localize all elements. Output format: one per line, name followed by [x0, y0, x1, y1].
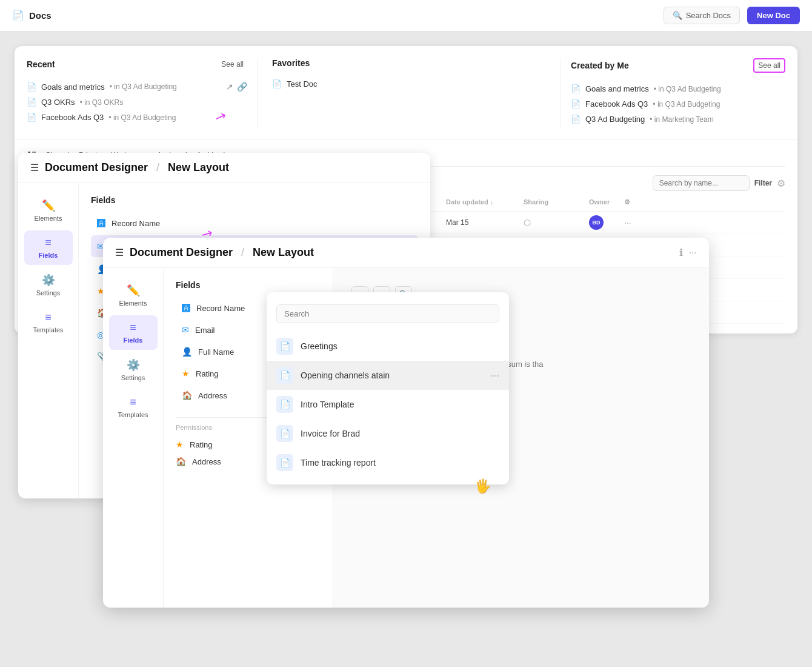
- favorites-item-0[interactable]: 📄 Test Doc: [272, 76, 546, 92]
- created-doc-name-1: Facebook Ads Q3: [585, 99, 648, 109]
- more-options-icon[interactable]: ···: [689, 247, 697, 258]
- recent-item-0[interactable]: 📄 Goals and metrics • in Q3 Ad Budgeting…: [27, 79, 247, 95]
- recent-header: Recent See all: [27, 58, 247, 70]
- hamburger-icon[interactable]: ☰: [30, 162, 39, 173]
- fav-doc-name: Test Doc: [287, 79, 318, 89]
- dropdown-item-opening[interactable]: 📄 Opening channels atain ···: [267, 361, 509, 390]
- new-doc-button[interactable]: New Doc: [747, 7, 800, 24]
- created-item-0[interactable]: 📄 Goals and metrics • in Q3 Ad Budgeting: [571, 81, 785, 96]
- opening-dots-icon[interactable]: ···: [490, 369, 499, 382]
- search-by-name-input[interactable]: [653, 175, 750, 191]
- created-title: Created by Me: [571, 61, 629, 70]
- created-loc-2: • in Marketing Team: [650, 115, 713, 124]
- front-topbar-right: ℹ ···: [679, 247, 697, 258]
- designer-front-title: Document Designer: [130, 246, 233, 259]
- th-date[interactable]: Date updated ↓: [446, 198, 519, 206]
- front-templates-label: Templates: [118, 411, 148, 418]
- templates-icon: ≡: [45, 311, 52, 324]
- created-see-all-button[interactable]: See all: [753, 58, 785, 73]
- recent-title: Recent: [27, 59, 55, 69]
- info-icon[interactable]: ℹ: [679, 247, 683, 258]
- created-doc-name-2: Q3 Ad Budgeting: [585, 115, 645, 124]
- intro-label: Intro Template: [301, 400, 354, 409]
- fav-doc-icon: 📄: [272, 79, 282, 89]
- created-doc-name-0: Goals and metrics: [585, 84, 649, 93]
- settings-nav-label: Settings: [36, 289, 61, 297]
- main-content: Recent See all 📄 Goals and metrics • in …: [0, 32, 812, 348]
- doc-location-0: • in Q3 Ad Budgeting: [110, 82, 177, 91]
- dropdown-search-input[interactable]: [276, 304, 499, 323]
- docs-home-grid: Recent See all 📄 Goals and metrics • in …: [15, 46, 797, 139]
- greetings-doc-icon: 📄: [276, 338, 293, 355]
- topbar-left: 📄 Docs: [12, 10, 52, 21]
- link-icon[interactable]: 🔗: [237, 82, 247, 92]
- opening-doc-icon: 📄: [276, 367, 293, 384]
- created-header: Created by Me See all: [571, 58, 785, 73]
- designer-back-topbar: ☰ Document Designer / New Layout: [18, 153, 430, 183]
- front-email-icon: ✉: [182, 325, 189, 335]
- invoice-doc-icon: 📄: [276, 425, 293, 442]
- dropdown-item-time-tracking[interactable]: 📄 Time tracking report 🖐: [267, 448, 509, 477]
- favorites-section: Favorites 📄 Test Doc: [257, 58, 561, 127]
- record-name-label: Record Name: [111, 219, 412, 228]
- sidebar-elements[interactable]: ✏️ Elements: [24, 193, 73, 228]
- perms-rating-icon: ★: [176, 440, 184, 449]
- topbar: 📄 Docs 🔍 Search Docs New Doc: [0, 0, 812, 32]
- topbar-title: Docs: [29, 10, 52, 21]
- recent-item-1[interactable]: 📄 Q3 OKRs • in Q3 OKRs: [27, 95, 247, 110]
- search-docs-button[interactable]: 🔍 Search Docs: [664, 7, 740, 24]
- td-dots-0[interactable]: ···: [624, 218, 642, 227]
- front-sidebar-elements[interactable]: ✏️ Elements: [109, 278, 158, 313]
- separator-front: /: [241, 246, 244, 259]
- front-sidebar-templates[interactable]: ≡ Templates: [109, 390, 158, 424]
- hamburger-front-icon[interactable]: ☰: [115, 247, 124, 258]
- external-link-icon[interactable]: ↗: [226, 82, 233, 92]
- front-elements-label: Elements: [119, 300, 147, 307]
- created-doc-icon-0: 📄: [571, 84, 581, 93]
- doc-icon-1: 📄: [27, 98, 36, 107]
- designer-back-sidebar: ✏️ Elements ≡ Fields ⚙️ Settings ≡ Templ…: [18, 183, 79, 498]
- fields-title-back: Fields: [91, 195, 418, 205]
- front-fields-title: Fields: [176, 280, 321, 290]
- front-sidebar: ✏️ Elements ≡ Fields ⚙️ Settings ≡ Templ…: [103, 268, 164, 608]
- sidebar-settings[interactable]: ⚙️ Settings: [24, 267, 73, 303]
- created-item-1[interactable]: 📄 Facebook Ads Q3 • in Q3 Ad Budgeting: [571, 96, 785, 112]
- doc-name-0: Goals and metrics: [41, 82, 105, 92]
- filter-button[interactable]: Filter: [754, 179, 772, 187]
- dropdown-item-greetings[interactable]: 📄 Greetings: [267, 332, 509, 361]
- search-icon: 🔍: [673, 11, 682, 20]
- front-fullname-icon: 👤: [182, 347, 192, 357]
- dropdown-search-container: [267, 300, 509, 328]
- time-tracking-doc-icon: 📄: [276, 454, 293, 471]
- topbar-right: 🔍 Search Docs New Doc: [664, 7, 800, 24]
- cursor-hand-icon: 🖐: [474, 478, 491, 494]
- th-owner: Owner: [589, 198, 619, 206]
- time-tracking-label: Time tracking report: [301, 458, 376, 468]
- recent-see-all-button[interactable]: See all: [218, 58, 247, 70]
- doc-icon-0: 📄: [27, 82, 36, 92]
- recent-item-2[interactable]: 📄 Facebook Ads Q3 • in Q3 Ad Budgeting: [27, 110, 247, 125]
- opening-label: Opening channels atain: [301, 370, 390, 380]
- favorites-header: Favorites: [272, 58, 546, 68]
- created-loc-0: • in Q3 Ad Budgeting: [654, 85, 721, 93]
- settings-icon[interactable]: ⚙: [777, 178, 785, 189]
- template-dropdown: 📄 Greetings 📄 Opening channels atain ···…: [267, 292, 509, 484]
- front-sidebar-fields[interactable]: ≡ Fields: [109, 315, 158, 350]
- designer-front-topbar: ☰ Document Designer / New Layout ℹ ···: [103, 238, 709, 268]
- dropdown-item-invoice[interactable]: 📄 Invoice for Brad: [267, 419, 509, 448]
- created-item-2[interactable]: 📄 Q3 Ad Budgeting • in Marketing Team: [571, 112, 785, 127]
- doc-name-2: Facebook Ads Q3: [41, 113, 104, 122]
- sidebar-templates[interactable]: ≡ Templates: [24, 305, 73, 340]
- recent-section: Recent See all 📄 Goals and metrics • in …: [27, 58, 257, 127]
- field-record-name[interactable]: 🅰 Record Name: [91, 213, 418, 233]
- record-name-icon: 🅰: [97, 218, 105, 228]
- intro-doc-icon: 📄: [276, 396, 293, 413]
- created-by-me-section: Created by Me See all 📄 Goals and metric…: [561, 58, 785, 127]
- sidebar-fields[interactable]: ≡ Fields: [24, 230, 73, 265]
- td-date-0: Mar 15: [446, 218, 519, 227]
- dropdown-item-intro[interactable]: 📄 Intro Template: [267, 390, 509, 419]
- fields-label: Fields: [39, 252, 58, 259]
- doc-name-1: Q3 OKRs: [41, 98, 75, 107]
- greetings-label: Greetings: [301, 341, 338, 351]
- front-sidebar-settings[interactable]: ⚙️ Settings: [109, 352, 158, 387]
